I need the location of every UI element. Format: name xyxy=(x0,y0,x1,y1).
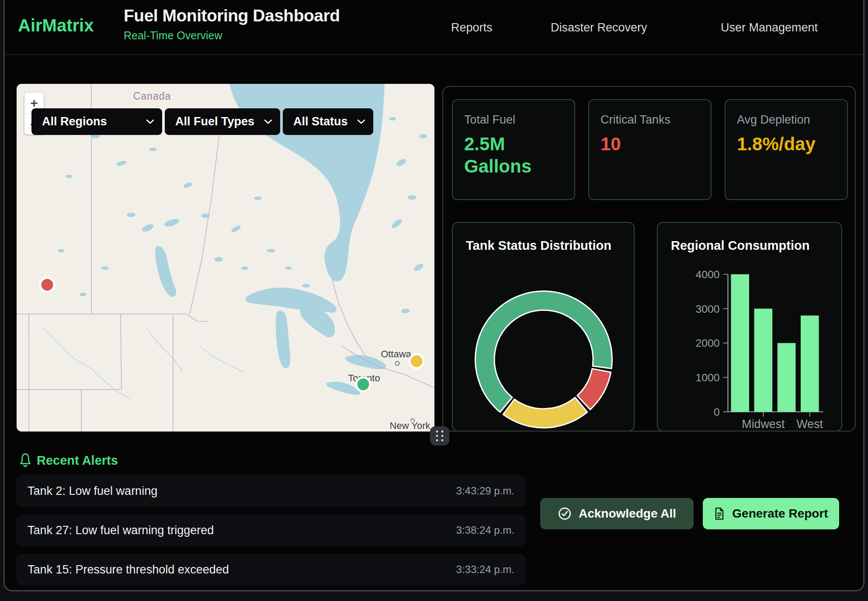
map-label-canada: Canada xyxy=(133,90,171,102)
stat-value: 2.5M Gallons xyxy=(464,133,556,177)
map-canvas[interactable]: Canada Ottawa Toronto New York xyxy=(17,84,434,432)
nav-item-disaster-recovery[interactable]: Disaster Recovery xyxy=(551,0,647,55)
chevron-down-icon xyxy=(357,119,365,124)
y-tick-label: 3000 xyxy=(696,303,720,315)
y-tick-label: 1000 xyxy=(696,372,720,383)
map-label-new-york: New York xyxy=(390,420,431,431)
critical-tank-marker[interactable] xyxy=(40,278,54,292)
alert-timestamp: 3:33:24 p.m. xyxy=(456,563,514,576)
tank-status-chart-card: Tank Status Distribution xyxy=(452,222,635,432)
status-filter-dropdown[interactable]: All Status xyxy=(283,108,373,135)
stat-label: Avg Depletion xyxy=(737,113,836,127)
document-icon xyxy=(714,507,725,520)
acknowledge-all-button[interactable]: Acknowledge All xyxy=(540,498,694,529)
title-block: Fuel Monitoring Dashboard Real-Time Over… xyxy=(124,6,340,42)
header: AirMatrix Fuel Monitoring Dashboard Real… xyxy=(5,0,863,55)
chevron-down-icon xyxy=(146,119,154,124)
stat-card-avg-depletion: Avg Depletion 1.8%/day xyxy=(725,99,848,200)
donut-segment-warning xyxy=(503,397,587,428)
nav-item-reports[interactable]: Reports xyxy=(451,0,493,55)
chevron-down-icon xyxy=(264,119,272,124)
warning-tank-marker[interactable] xyxy=(410,354,424,368)
alert-timestamp: 3:43:29 p.m. xyxy=(456,485,514,497)
normal-tank-marker[interactable] xyxy=(356,377,370,391)
bar-region-1 xyxy=(754,309,773,412)
y-tick-label: 4000 xyxy=(696,269,720,280)
stat-label: Total Fuel xyxy=(464,113,563,127)
map-filters: All Regions All Fuel Types All Status xyxy=(31,108,373,135)
stats-row: Total Fuel 2.5M Gallons Critical Tanks 1… xyxy=(452,99,848,200)
overview-panel: Total Fuel 2.5M Gallons Critical Tanks 1… xyxy=(442,86,856,432)
map-resize-handle[interactable] xyxy=(430,426,449,446)
page-title: Fuel Monitoring Dashboard xyxy=(124,6,340,25)
app-window: AirMatrix Fuel Monitoring Dashboard Real… xyxy=(0,0,868,601)
alerts-heading: Recent Alerts xyxy=(37,453,118,468)
bar-region-2 xyxy=(778,343,796,411)
bell-icon xyxy=(18,452,32,468)
donut-chart xyxy=(453,223,634,430)
bar-chart: 01000200030004000MidwestWest xyxy=(658,223,841,430)
drag-dots-icon xyxy=(430,426,449,446)
stat-value: 10 xyxy=(601,133,692,155)
regional-consumption-chart-card: Regional Consumption 01000200030004000Mi… xyxy=(657,222,842,432)
alert-row[interactable]: Tank 27: Low fuel warning triggered 3:38… xyxy=(16,515,526,546)
stat-card-total-fuel: Total Fuel 2.5M Gallons xyxy=(452,99,575,200)
check-circle-icon xyxy=(558,507,572,521)
stat-value: 1.8%/day xyxy=(737,133,829,155)
bar-region-3 xyxy=(801,315,819,411)
alert-row[interactable]: Tank 15: Pressure threshold exceeded 3:3… xyxy=(16,554,526,585)
x-tick-label: West xyxy=(797,418,823,431)
map-label-ottawa: Ottawa xyxy=(381,349,411,359)
region-filter-dropdown[interactable]: All Regions xyxy=(31,108,162,135)
bar-region-0 xyxy=(731,274,749,412)
page-subtitle: Real-Time Overview xyxy=(124,29,340,42)
alert-text: Tank 27: Low fuel warning triggered xyxy=(28,524,214,537)
alert-row[interactable]: Tank 2: Low fuel warning 3:43:29 p.m. xyxy=(16,475,526,507)
stat-label: Critical Tanks xyxy=(601,113,699,127)
alert-text: Tank 15: Pressure threshold exceeded xyxy=(28,563,229,577)
generate-report-button[interactable]: Generate Report xyxy=(703,498,839,529)
y-tick-label: 0 xyxy=(714,406,720,418)
donut-segment-critical xyxy=(577,369,611,410)
stat-card-critical-tanks: Critical Tanks 10 xyxy=(588,99,712,200)
alert-timestamp: 3:38:24 p.m. xyxy=(456,524,514,536)
ottawa-city-dot xyxy=(396,362,399,366)
fuel-map[interactable]: Canada Ottawa Toronto New York + − All R… xyxy=(17,84,434,432)
fuel-type-filter-dropdown[interactable]: All Fuel Types xyxy=(165,108,280,135)
alert-text: Tank 2: Low fuel warning xyxy=(28,484,157,498)
y-tick-label: 2000 xyxy=(696,337,720,349)
nav-item-user-management[interactable]: User Management xyxy=(721,0,818,55)
x-tick-label: Midwest xyxy=(742,418,785,431)
brand-logo: AirMatrix xyxy=(18,16,94,35)
